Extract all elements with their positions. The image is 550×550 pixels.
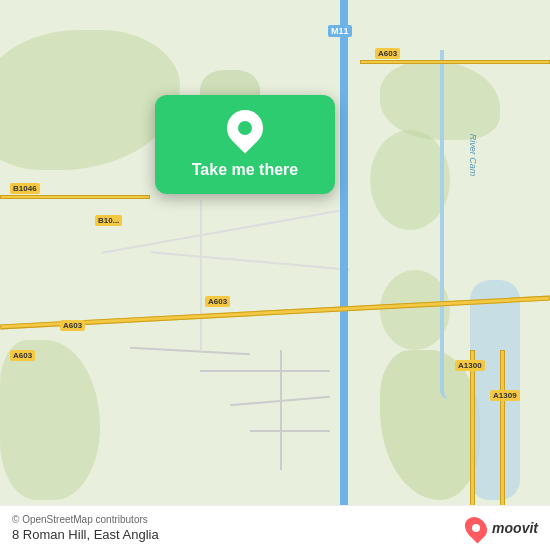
- road-m11: [340, 0, 348, 550]
- location-pin-icon: [220, 103, 271, 154]
- map-attribution: © OpenStreetMap contributors: [12, 514, 159, 525]
- local-road-6: [250, 430, 330, 432]
- road-b10-label: B10...: [95, 215, 122, 226]
- road-a1300-label: A1300: [455, 360, 485, 371]
- river-label: River Cam: [469, 134, 479, 177]
- location-pin-inner: [238, 121, 252, 135]
- moovit-pin-icon: [461, 512, 492, 543]
- road-a603-top-label: A603: [375, 48, 400, 59]
- road-a603-label-3: A603: [10, 350, 35, 361]
- road-a1309-label: A1309: [490, 390, 520, 401]
- take-me-there-button[interactable]: Take me there: [192, 161, 298, 179]
- woods-area-7: [370, 130, 450, 230]
- moovit-brand-label: moovit: [492, 520, 538, 536]
- tooltip-card[interactable]: Take me there: [155, 95, 335, 194]
- local-road-7: [280, 350, 282, 470]
- bottom-bar: © OpenStreetMap contributors 8 Roman Hil…: [0, 505, 550, 550]
- moovit-logo: moovit: [466, 516, 538, 540]
- road-a603-label-2: A603: [60, 320, 85, 331]
- address-label: 8 Roman Hill, East Anglia: [12, 527, 159, 542]
- road-a603-top: [360, 60, 550, 64]
- moovit-pin-inner: [472, 524, 480, 532]
- river-path: [440, 50, 460, 400]
- road-b1046-label: B1046: [10, 183, 40, 194]
- road-b1046: [0, 195, 150, 199]
- map-container: River Cam A603 A603 A603 B1046 B10... A6…: [0, 0, 550, 550]
- road-a603-label-1: A603: [205, 296, 230, 307]
- local-road-3: [200, 200, 202, 350]
- local-road-4: [200, 370, 330, 372]
